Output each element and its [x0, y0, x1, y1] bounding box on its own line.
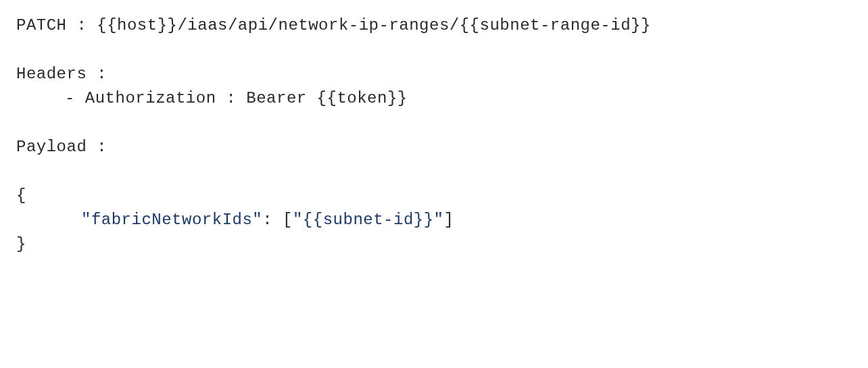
json-value: "{{subnet-id}}"	[293, 211, 444, 229]
json-colon: :	[262, 211, 283, 229]
payload-label: Payload :	[16, 135, 852, 159]
header-value: Bearer {{token}}	[246, 89, 407, 107]
blank-line	[16, 111, 852, 135]
request-separator: :	[67, 16, 97, 34]
header-bullet: -	[65, 89, 85, 107]
header-name: Authorization	[85, 89, 216, 107]
json-entry: "fabricNetworkIds": ["{{subnet-id}}"]	[16, 208, 852, 232]
header-separator: :	[216, 89, 247, 107]
header-item: - Authorization : Bearer {{token}}	[16, 86, 852, 111]
http-method: PATCH	[16, 16, 67, 34]
request-line: PATCH : {{host}}/iaas/api/network-ip-ran…	[16, 14, 852, 38]
blank-line	[16, 159, 852, 184]
json-array-close: ]	[444, 211, 454, 229]
json-open-brace: {	[16, 184, 852, 208]
json-key: "fabricNetworkIds"	[81, 211, 262, 229]
json-close-brace: }	[16, 232, 852, 257]
json-brace-open: {	[16, 186, 26, 205]
request-url: {{host}}/iaas/api/network-ip-ranges/{{su…	[97, 16, 651, 34]
headers-label: Headers :	[16, 62, 852, 86]
json-brace-close: }	[16, 235, 26, 253]
blank-line	[16, 38, 852, 62]
json-array-open: [	[283, 211, 293, 229]
